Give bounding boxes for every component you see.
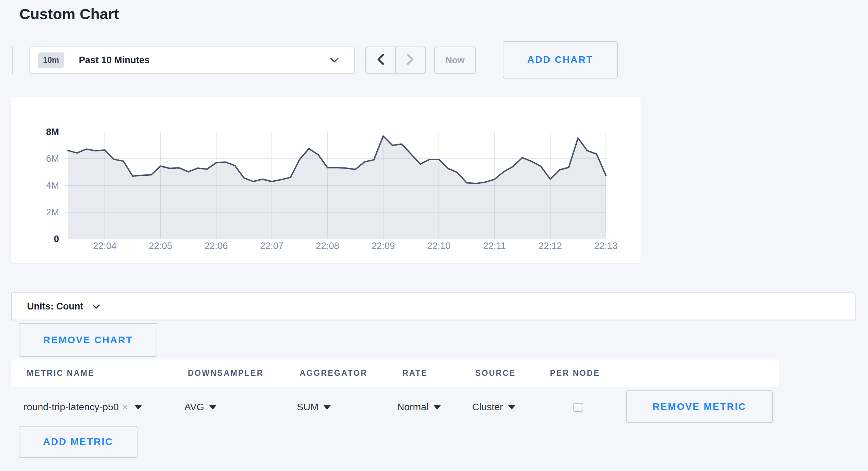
chevron-left-icon xyxy=(376,53,385,67)
svg-text:0: 0 xyxy=(54,234,59,244)
aggregator-value: SUM xyxy=(297,402,318,413)
clear-metric-icon[interactable]: × xyxy=(122,401,128,413)
next-time-button[interactable] xyxy=(396,47,425,73)
column-header-rate: RATE xyxy=(402,360,428,387)
caret-down-icon xyxy=(209,405,217,410)
metric-name-dropdown[interactable]: round-trip-latency-p50 × xyxy=(24,399,142,415)
column-header-per-node: PER NODE xyxy=(550,360,600,387)
caret-down-icon xyxy=(134,405,142,410)
add-chart-button[interactable]: ADD CHART xyxy=(503,41,618,78)
chevron-down-icon xyxy=(92,304,100,309)
chevron-right-icon xyxy=(406,53,415,67)
svg-text:22:11: 22:11 xyxy=(483,241,506,251)
custom-chart-page: Custom Chart 10m Past 10 Minutes Now ADD… xyxy=(0,0,868,471)
svg-text:22:08: 22:08 xyxy=(316,241,339,251)
svg-text:6M: 6M xyxy=(46,154,59,164)
caret-down-icon xyxy=(323,405,331,410)
svg-text:22:12: 22:12 xyxy=(539,241,562,251)
svg-text:22:10: 22:10 xyxy=(427,241,451,251)
svg-text:22:09: 22:09 xyxy=(372,241,395,251)
source-dropdown[interactable]: Cluster xyxy=(472,399,516,415)
column-header-metric-name: METRIC NAME xyxy=(27,360,94,387)
add-metric-button[interactable]: ADD METRIC xyxy=(19,426,137,458)
downsampler-value: AVG xyxy=(184,402,204,413)
units-select[interactable]: Units: Count xyxy=(11,292,856,320)
caret-down-icon xyxy=(433,405,441,410)
remove-chart-button[interactable]: REMOVE CHART xyxy=(19,323,157,357)
time-window-badge: 10m xyxy=(38,52,64,68)
remove-metric-button[interactable]: REMOVE METRIC xyxy=(626,390,773,423)
svg-text:22:07: 22:07 xyxy=(260,241,284,251)
column-header-downsampler: DOWNSAMPLER xyxy=(188,360,264,387)
downsampler-dropdown[interactable]: AVG xyxy=(184,399,217,415)
svg-text:4M: 4M xyxy=(46,180,59,191)
metric-name-value: round-trip-latency-p50 xyxy=(24,402,119,413)
svg-text:8M: 8M xyxy=(46,127,59,137)
units-label: Units: Count xyxy=(27,301,83,312)
svg-text:22:05: 22:05 xyxy=(149,241,172,251)
now-button[interactable]: Now xyxy=(434,47,476,74)
prev-time-button[interactable] xyxy=(366,47,395,73)
chevron-down-icon xyxy=(330,57,339,63)
aggregator-dropdown[interactable]: SUM xyxy=(297,399,331,415)
page-title: Custom Chart xyxy=(19,6,119,23)
svg-text:22:06: 22:06 xyxy=(205,241,228,251)
rate-dropdown[interactable]: Normal xyxy=(397,399,441,415)
time-nav-buttons xyxy=(365,47,426,74)
svg-text:22:13: 22:13 xyxy=(594,241,618,251)
rate-value: Normal xyxy=(397,402,428,413)
column-header-source: SOURCE xyxy=(475,360,516,387)
toolbar-accent-bar xyxy=(12,47,13,74)
per-node-checkbox[interactable] xyxy=(573,403,583,412)
source-value: Cluster xyxy=(472,402,503,413)
chart-card: 02M4M6M8M22:0422:0522:0622:0722:0822:092… xyxy=(11,97,641,263)
metrics-chart: 02M4M6M8M22:0422:0522:0622:0722:0822:092… xyxy=(11,97,641,263)
time-window-label: Past 10 Minutes xyxy=(79,55,150,66)
svg-text:2M: 2M xyxy=(46,207,59,217)
column-header-aggregator: AGGREGATOR xyxy=(300,360,367,387)
svg-text:22:04: 22:04 xyxy=(93,241,117,251)
metrics-table-header: METRIC NAME DOWNSAMPLER AGGREGATOR RATE … xyxy=(11,360,779,387)
caret-down-icon xyxy=(508,405,516,410)
time-window-select[interactable]: 10m Past 10 Minutes xyxy=(30,47,355,74)
